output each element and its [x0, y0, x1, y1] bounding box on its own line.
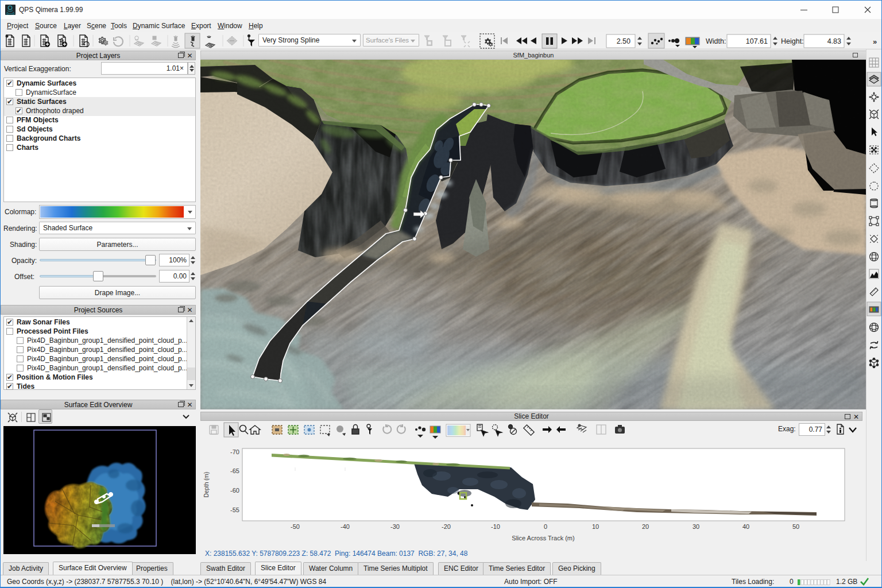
svg-text:-60: -60	[230, 487, 239, 494]
svg-text:-30: -30	[390, 523, 400, 530]
svg-text:40: 40	[742, 523, 749, 530]
svg-text:-70: -70	[230, 448, 239, 455]
svg-text:»: »	[873, 37, 877, 46]
svg-text:107.61: 107.61	[746, 37, 768, 45]
svg-text:4.83: 4.83	[827, 37, 841, 45]
svg-text:20: 20	[642, 523, 649, 530]
svg-text:10: 10	[592, 523, 599, 530]
svg-text:-40: -40	[341, 523, 350, 530]
svg-text:Slice Across Track (m): Slice Across Track (m)	[512, 535, 574, 541]
svg-text:-20: -20	[442, 523, 451, 530]
svg-text:-65: -65	[230, 467, 239, 474]
svg-text:Depth (m): Depth (m)	[203, 472, 210, 497]
svg-text:Height:: Height:	[781, 37, 804, 45]
svg-text:2.50: 2.50	[617, 37, 630, 45]
svg-text:-50: -50	[291, 523, 300, 530]
svg-text:Width:: Width:	[706, 37, 726, 45]
svg-text:0: 0	[544, 523, 547, 530]
svg-text:-10: -10	[491, 523, 500, 530]
svg-text:30: 30	[693, 523, 699, 530]
svg-text:-55: -55	[230, 506, 239, 513]
svg-text:50: 50	[792, 523, 799, 530]
